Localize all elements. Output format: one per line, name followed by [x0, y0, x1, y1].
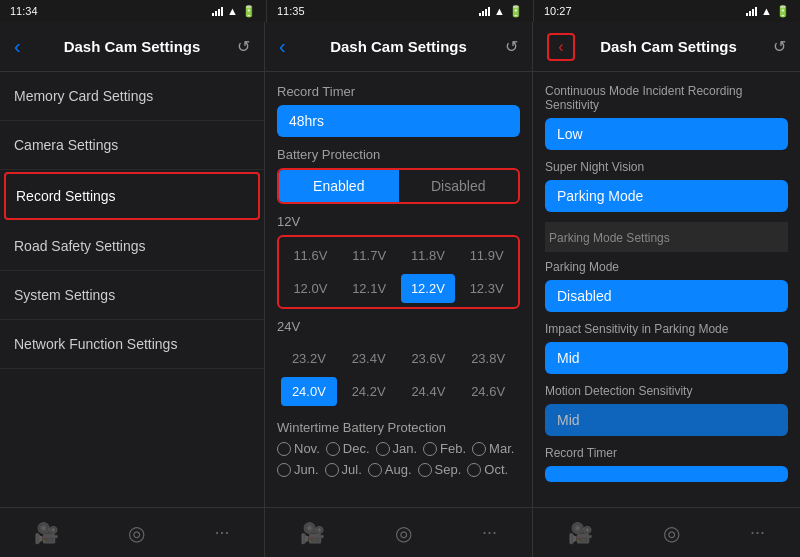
tab-bar-3: 🎥 ◎ ··· — [533, 507, 800, 557]
parking-mode-section-title: Parking Mode Settings — [549, 231, 670, 245]
nav-system-settings[interactable]: System Settings — [0, 271, 264, 320]
wintertime-label: Wintertime Battery Protection — [277, 420, 520, 435]
camera-tab-icon-3[interactable]: 🎥 — [568, 521, 593, 545]
months-row-1: Nov. Dec. Jan. Feb. Mar. — [277, 441, 520, 456]
toggle-disabled[interactable]: Disabled — [399, 170, 519, 202]
month-jan[interactable]: Jan. — [376, 441, 418, 456]
month-jun[interactable]: Jun. — [277, 462, 319, 477]
home-tab-icon-3[interactable]: ◎ — [663, 521, 680, 545]
panel3-title: Dash Cam Settings — [575, 38, 762, 55]
wifi-icon-3: ▲ — [761, 5, 772, 17]
right-settings-content: Continuous Mode Incident Recording Sensi… — [533, 72, 800, 507]
voltage-24-grid: 23.2V 23.4V 23.6V 23.8V 24.0V 24.2V 24.4… — [277, 340, 520, 410]
v12-0[interactable]: 11.6V — [283, 241, 338, 270]
wifi-icon-1: ▲ — [227, 5, 238, 17]
month-mar[interactable]: Mar. — [472, 441, 514, 456]
nav-camera-settings[interactable]: Camera Settings — [0, 121, 264, 170]
more-tab-icon-3[interactable]: ··· — [750, 522, 765, 543]
navigation-panel: ‹ Dash Cam Settings ↺ Memory Card Settin… — [0, 22, 265, 557]
month-jul[interactable]: Jul. — [325, 462, 362, 477]
nav-network-function[interactable]: Network Function Settings — [0, 320, 264, 369]
nav-list: Memory Card Settings Camera Settings Rec… — [0, 72, 264, 507]
refresh-icon-2[interactable]: ↺ — [494, 37, 518, 56]
v12-6[interactable]: 12.2V — [401, 274, 456, 303]
month-nov[interactable]: Nov. — [277, 441, 320, 456]
nav-road-safety[interactable]: Road Safety Settings — [0, 222, 264, 271]
v24-7[interactable]: 24.6V — [460, 377, 516, 406]
v24-1[interactable]: 23.4V — [341, 344, 397, 373]
tab-bar-1: 🎥 ◎ ··· — [0, 507, 264, 557]
month-feb[interactable]: Feb. — [423, 441, 466, 456]
v24-0[interactable]: 23.2V — [281, 344, 337, 373]
v12-4[interactable]: 12.0V — [283, 274, 338, 303]
home-tab-icon-1[interactable]: ◎ — [128, 521, 145, 545]
panel1-header: ‹ Dash Cam Settings ↺ — [0, 22, 264, 72]
super-night-value[interactable]: Parking Mode — [545, 180, 788, 212]
v12-3[interactable]: 11.9V — [459, 241, 514, 270]
back-button-1[interactable]: ‹ — [14, 35, 38, 58]
v12-2[interactable]: 11.8V — [401, 241, 456, 270]
v24-5[interactable]: 24.2V — [341, 377, 397, 406]
parking-mode-value[interactable]: Disabled — [545, 280, 788, 312]
refresh-icon-3[interactable]: ↺ — [762, 37, 786, 56]
more-tab-icon-2[interactable]: ··· — [482, 522, 497, 543]
record-timer-right-value[interactable] — [545, 466, 788, 482]
continuous-mode-label: Continuous Mode Incident Recording Sensi… — [545, 84, 788, 112]
panel2-title: Dash Cam Settings — [303, 38, 494, 55]
v12-7[interactable]: 12.3V — [459, 274, 514, 303]
voltage-12-grid: 11.6V 11.7V 11.8V 11.9V 12.0V 12.1V 12.2… — [277, 235, 520, 309]
months-row-2: Jun. Jul. Aug. Sep. Oct. — [277, 462, 520, 477]
motion-detection-label: Motion Detection Sensitivity — [545, 384, 788, 398]
wifi-icon-2: ▲ — [494, 5, 505, 17]
camera-tab-icon-2[interactable]: 🎥 — [300, 521, 325, 545]
motion-detection-value[interactable]: Mid — [545, 404, 788, 436]
record-timer-label: Record Timer — [277, 84, 520, 99]
record-settings-panel: ‹ Dash Cam Settings ↺ Record Timer 48hrs… — [265, 22, 533, 557]
time-3: 10:27 — [544, 5, 572, 17]
month-oct[interactable]: Oct. — [467, 462, 508, 477]
impact-sensitivity-label: Impact Sensitivity in Parking Mode — [545, 322, 788, 336]
status-bar-3: 10:27 ▲ 🔋 — [534, 0, 800, 22]
tab-bar-2: 🎥 ◎ ··· — [265, 507, 532, 557]
status-bar-2: 11:35 ▲ 🔋 — [267, 0, 534, 22]
battery-icon-1: 🔋 — [242, 5, 256, 18]
month-aug[interactable]: Aug. — [368, 462, 412, 477]
battery-protection-label: Battery Protection — [277, 147, 520, 162]
v24-4[interactable]: 24.0V — [281, 377, 337, 406]
refresh-icon-1[interactable]: ↺ — [226, 37, 250, 56]
v24-2[interactable]: 23.6V — [401, 344, 457, 373]
record-timer-value[interactable]: 48hrs — [277, 105, 520, 137]
voltage-24-label: 24V — [277, 319, 520, 334]
parking-mode-label: Parking Mode — [545, 260, 788, 274]
v24-6[interactable]: 24.4V — [401, 377, 457, 406]
more-tab-icon-1[interactable]: ··· — [214, 522, 229, 543]
v12-1[interactable]: 11.7V — [342, 241, 397, 270]
v12-5[interactable]: 12.1V — [342, 274, 397, 303]
record-timer-right-label: Record Timer — [545, 446, 788, 460]
toggle-enabled[interactable]: Enabled — [279, 170, 399, 202]
month-dec[interactable]: Dec. — [326, 441, 370, 456]
record-timer-right-partial — [545, 466, 788, 486]
nav-memory-card[interactable]: Memory Card Settings — [0, 72, 264, 121]
panel2-header: ‹ Dash Cam Settings ↺ — [265, 22, 532, 72]
status-bar-1: 11:34 ▲ 🔋 — [0, 0, 267, 22]
panel3-header: ‹ Dash Cam Settings ↺ — [533, 22, 800, 72]
back-button-2[interactable]: ‹ — [279, 35, 303, 58]
right-settings-panel: ‹ Dash Cam Settings ↺ Continuous Mode In… — [533, 22, 800, 557]
parking-mode-section-header: Parking Mode Settings — [545, 222, 788, 252]
super-night-label: Super Night Vision — [545, 160, 788, 174]
battery-protection-toggle: Enabled Disabled — [277, 168, 520, 204]
impact-sensitivity-value[interactable]: Mid — [545, 342, 788, 374]
back-button-3[interactable]: ‹ — [547, 33, 575, 61]
home-tab-icon-2[interactable]: ◎ — [395, 521, 412, 545]
nav-record-settings[interactable]: Record Settings — [4, 172, 260, 220]
voltage-12-label: 12V — [277, 214, 520, 229]
v24-3[interactable]: 23.8V — [460, 344, 516, 373]
camera-tab-icon-1[interactable]: 🎥 — [34, 521, 59, 545]
month-sep[interactable]: Sep. — [418, 462, 462, 477]
time-1: 11:34 — [10, 5, 38, 17]
battery-icon-3: 🔋 — [776, 5, 790, 18]
record-settings-content: Record Timer 48hrs Battery Protection En… — [265, 72, 532, 507]
continuous-mode-value[interactable]: Low — [545, 118, 788, 150]
battery-icon-2: 🔋 — [509, 5, 523, 18]
